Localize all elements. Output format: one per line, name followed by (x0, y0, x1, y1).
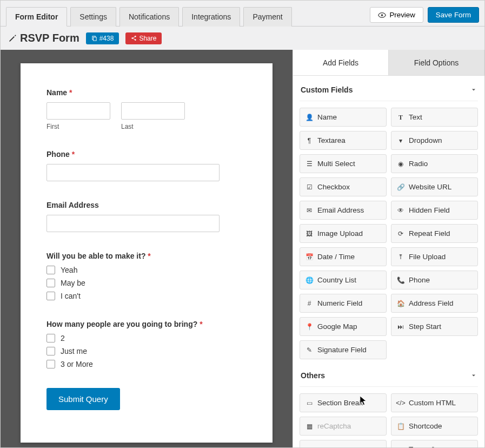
field-button-phone[interactable]: 📞Phone (391, 271, 478, 289)
field-button-step-start[interactable]: ⏭Step Start (391, 317, 478, 336)
form-canvas[interactable]: Name * First Last (1, 50, 293, 447)
field-button-country-list[interactable]: 🌐Country List (300, 271, 387, 289)
people-option-label: 3 or More (61, 360, 93, 368)
addr-icon: 🏠 (397, 300, 404, 307)
field-button-label: Custom HTML (409, 399, 456, 407)
field-button-google-map[interactable]: 📍Google Map (300, 317, 387, 336)
recaptcha-icon: ▦ (305, 423, 313, 430)
form-card: Name * First Last (21, 63, 273, 443)
last-sub-label: Last (121, 123, 185, 130)
field-button-label: Repeat Field (409, 229, 450, 238)
field-button-radio[interactable]: ◉Radio (391, 154, 478, 173)
tab-options-label: Field Options (414, 58, 459, 67)
checkbox-icon[interactable] (46, 334, 55, 342)
submit-label: Submit Query (58, 394, 108, 404)
checkbox-icon[interactable] (46, 347, 55, 355)
people-option[interactable]: Just me (46, 347, 247, 355)
phone-icon: 📞 (397, 276, 404, 284)
phone-label: Phone * (46, 150, 247, 159)
people-option[interactable]: 3 or More (46, 360, 247, 368)
checkbox-icon[interactable] (46, 360, 55, 368)
save-button[interactable]: Save Form (428, 7, 479, 23)
field-button-terms-conditions[interactable]: 📄Terms & Conditions (391, 440, 478, 447)
section-custom-fields[interactable]: Custom Fields (300, 78, 478, 101)
field-button-repeat-field[interactable]: ⟳Repeat Field (391, 224, 478, 243)
name-label: Name * (46, 88, 247, 97)
section-custom-label: Custom Fields (301, 85, 353, 94)
field-button-action-hook[interactable]: ⚓Action Hook (300, 440, 387, 447)
field-button-label: File Upload (409, 253, 446, 261)
section-others[interactable]: Others (300, 364, 478, 387)
field-button-checkbox[interactable]: ☑Checkbox (300, 177, 387, 196)
field-button-label: Signature Field (317, 346, 367, 354)
field-button-hidden-field[interactable]: 👁Hidden Field (391, 201, 478, 220)
field-button-label: Numeric Field (317, 299, 362, 307)
attend-option[interactable]: May be (46, 279, 247, 287)
tab-add-label: Add Fields (323, 58, 358, 67)
link-icon: 🔗 (397, 183, 404, 191)
preview-button[interactable]: Preview (370, 7, 423, 23)
svg-rect-2 (93, 37, 96, 41)
field-button-date-time[interactable]: 📅Date / Time (300, 247, 387, 266)
people-option-label: Just me (61, 347, 87, 355)
first-name-input[interactable] (46, 102, 110, 120)
field-button-label: Section Break (317, 399, 363, 407)
field-button-name[interactable]: 👤Name (300, 108, 387, 127)
email-input[interactable] (46, 215, 220, 232)
field-button-signature-field[interactable]: ✎Signature Field (300, 340, 387, 359)
field-phone: Phone * (46, 150, 247, 181)
hash-icon: # (305, 300, 313, 307)
field-button-label: Name (317, 113, 337, 121)
preview-label: Preview (389, 11, 415, 19)
submit-button[interactable]: Submit Query (46, 388, 120, 410)
attend-option[interactable]: I can't (46, 292, 247, 300)
phone-input[interactable] (46, 164, 220, 181)
user-icon: 👤 (305, 114, 313, 121)
tab-add-fields[interactable]: Add Fields (293, 50, 389, 75)
tab-field-options[interactable]: Field Options (389, 50, 484, 75)
field-button-textarea[interactable]: ¶Textarea (300, 131, 387, 150)
field-button-address-field[interactable]: 🏠Address Field (391, 294, 478, 313)
tab-payment[interactable]: Payment (243, 7, 291, 27)
title-bar: RSVP Form #438 Share (1, 27, 484, 50)
tab-settings[interactable]: Settings (70, 7, 116, 27)
shortcode-text: #438 (99, 35, 114, 42)
share-pill[interactable]: Share (125, 32, 162, 44)
repeat-icon: ⟳ (397, 230, 404, 238)
field-button-multi-select[interactable]: ☰Multi Select (300, 154, 387, 173)
tab-form-editor[interactable]: Form Editor (6, 7, 67, 27)
required-asterisk: * (200, 320, 202, 328)
hidden-icon: 👁 (397, 207, 404, 214)
field-button-recaptcha: ▦reCaptcha (300, 417, 387, 436)
svg-point-0 (381, 14, 383, 16)
field-button-image-upload[interactable]: 🖼Image Upload (300, 224, 387, 243)
last-name-input[interactable] (121, 102, 185, 120)
checkbox-icon[interactable] (46, 292, 55, 300)
radio-icon: ◉ (397, 160, 404, 168)
shortcode-pill[interactable]: #438 (86, 32, 119, 44)
mail-icon: ✉ (305, 207, 313, 214)
field-button-custom-html[interactable]: </>Custom HTML (391, 393, 478, 412)
tab-integrations[interactable]: Integrations (182, 7, 240, 27)
right-panel: Add Fields Field Options Custom Fields 👤… (293, 50, 484, 447)
field-button-email-address[interactable]: ✉Email Address (300, 201, 387, 220)
field-button-label: Dropdown (409, 136, 442, 144)
field-button-file-upload[interactable]: ⤒File Upload (391, 247, 478, 266)
people-option[interactable]: 2 (46, 334, 247, 342)
field-button-website-url[interactable]: 🔗Website URL (391, 177, 478, 196)
field-button-text[interactable]: 𝐓Text (391, 108, 478, 127)
field-button-numeric-field[interactable]: #Numeric Field (300, 294, 387, 313)
field-button-shortcode[interactable]: 📋Shortcode (391, 417, 478, 436)
attend-option[interactable]: Yeah (46, 266, 247, 274)
field-button-section-break[interactable]: ▭Section Break (300, 393, 387, 412)
field-button-label: Phone (409, 276, 430, 284)
tab-notifications[interactable]: Notifications (119, 7, 179, 27)
attend-option-label: I can't (61, 292, 81, 300)
section-icon: ▭ (305, 399, 313, 407)
eye-icon (378, 12, 386, 18)
step-icon: ⏭ (397, 323, 404, 331)
right-scroll[interactable]: Custom Fields 👤Name𝐓Text¶Textarea▾Dropdo… (293, 76, 484, 447)
field-button-dropdown[interactable]: ▾Dropdown (391, 131, 478, 150)
checkbox-icon[interactable] (46, 266, 55, 274)
checkbox-icon[interactable] (46, 279, 55, 287)
